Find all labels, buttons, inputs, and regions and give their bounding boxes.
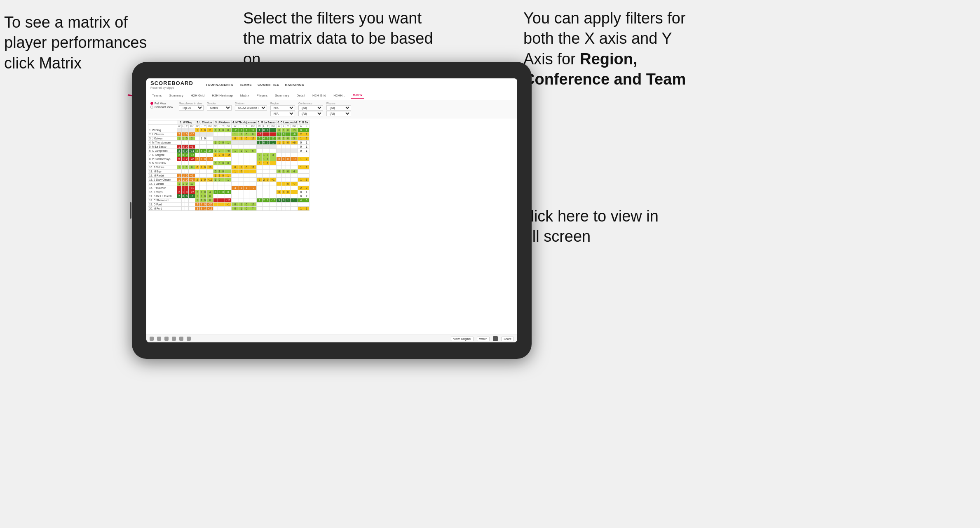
radio-full-view[interactable]: Full View xyxy=(150,102,173,105)
zoom-in-icon[interactable] xyxy=(187,337,191,341)
col-header-3: 3. J Koivun xyxy=(213,120,232,125)
sh-lc-l: L xyxy=(199,125,203,128)
conference-label: Conference xyxy=(298,102,323,105)
max-players-select[interactable]: Top 25 xyxy=(179,105,204,111)
sh-cl-w: W xyxy=(277,125,282,128)
radio-dot-compact xyxy=(150,106,153,108)
players-select1[interactable]: (All) xyxy=(326,105,351,111)
sh-jk-d: Dif xyxy=(225,125,232,128)
tab-h2hh[interactable]: H2HH... xyxy=(332,93,347,98)
view-original-button[interactable]: View: Original xyxy=(451,337,474,341)
nav-bar: SCOREBOARD Powered by clippd TOURNAMENTS… xyxy=(146,78,517,91)
redo-icon[interactable] xyxy=(157,337,161,341)
fullscreen-icon[interactable] xyxy=(493,336,498,341)
division-select[interactable]: NCAA Division I xyxy=(235,105,267,111)
tab-summary2[interactable]: Summary xyxy=(273,93,291,98)
filter-division: Division NCAA Division I xyxy=(235,102,267,111)
row-name: 19. D Ford xyxy=(148,203,177,207)
table-row: 12. M Riedel 110−6 1101 xyxy=(148,174,309,178)
region-select2[interactable]: N/A xyxy=(270,111,295,116)
filter-region: Region N/A N/A xyxy=(270,102,295,116)
table-row: 15. P Maichon −19 411−7 22 xyxy=(148,186,309,190)
col-header-6: 6. C Lamprecht xyxy=(277,120,298,125)
tab-players[interactable]: Players xyxy=(255,93,270,98)
annotation-topmid-text: Select the filters you want the matrix d… xyxy=(243,9,433,68)
sh-wd-w: W xyxy=(177,125,182,128)
table-row: 11. M Ege 010 10 0104 xyxy=(148,170,309,174)
table-row: 17. S De La Fuente 200−8 1100 02 xyxy=(148,194,309,198)
row-name: 12. M Riedel xyxy=(148,174,177,178)
row-name: 14. J Lundin xyxy=(148,182,177,186)
table-row: 18. C Sherwood 1300 −11 220−10 3011 45 xyxy=(148,198,309,203)
sh-wd-t: T xyxy=(185,125,189,128)
filter-gender: Gender Men's xyxy=(207,102,232,111)
sh-jk-w: W xyxy=(213,125,218,128)
radio-compact-view[interactable]: Compact View xyxy=(150,106,173,108)
share-button[interactable]: Share xyxy=(501,337,514,341)
row-name: 13. J Skov Olesen xyxy=(148,178,177,182)
row-name: 1. W Ding xyxy=(148,128,177,132)
region-select1[interactable]: N/A xyxy=(270,105,295,111)
bottom-toolbar: View: Original Watch Share xyxy=(146,335,517,342)
sh-ml-d: Dif xyxy=(270,125,277,128)
nav-committee[interactable]: COMMITTEE xyxy=(258,83,279,87)
tab-matrix[interactable]: Matrix xyxy=(239,93,251,98)
players-select2[interactable]: (All) xyxy=(326,111,351,116)
sh-ml-t: T xyxy=(266,125,270,128)
row-name: 4. M Thorbjornsen xyxy=(148,141,177,145)
division-label: Division xyxy=(235,102,267,105)
table-row: 4. M Thorbjornsen 1001 1001 110−6 01 xyxy=(148,141,309,145)
tab-h2h-grid2[interactable]: H2H Grid xyxy=(311,93,328,98)
table-row: 14. J Lundin 11010 0−7 xyxy=(148,182,309,186)
sh-cl-t: T xyxy=(286,125,290,128)
nav-teams[interactable]: TEAMS xyxy=(239,83,252,87)
table-row: 3. J Koivun 1102 10 01013 04011 0103 12 xyxy=(148,137,309,141)
undo-icon[interactable] xyxy=(150,337,154,341)
table-row: 20. M Ford 331−11 0107 11 xyxy=(148,207,309,211)
table-row: 7. G Sargent 200−16 220−15 0103 xyxy=(148,153,309,157)
nav-tournaments[interactable]: TOURNAMENTS xyxy=(206,83,234,87)
conference-select1[interactable]: (All) xyxy=(298,105,323,111)
filter-players: Players (All) (All) xyxy=(326,102,351,116)
tablet-screen: SCOREBOARD Powered by clippd TOURNAMENTS… xyxy=(146,78,517,342)
table-row: 9. N Gabrelcik 0000 011 xyxy=(148,161,309,165)
tab-h2h-grid[interactable]: H2H Grid xyxy=(189,93,206,98)
table-row: 13. J Skov Olesen 110−3 210−15 101 220−1… xyxy=(148,178,309,182)
matrix-area[interactable]: 1. W Ding 2. L Clanton 3. J Koivun 4. M … xyxy=(146,118,517,335)
table-row: 1. W Ding 12011 1100 −21217 100 01013 02 xyxy=(148,128,309,132)
settings-icon[interactable] xyxy=(172,337,176,341)
sh-lc-d: Dif xyxy=(207,125,213,128)
table-row: 5. M La Sasso 150−6 01 xyxy=(148,145,309,149)
max-players-label: Max players in view xyxy=(179,102,204,105)
sh-ml-l: L xyxy=(262,125,266,128)
logo-title: SCOREBOARD xyxy=(150,80,193,86)
row-name: 17. S De La Fuente xyxy=(148,194,177,198)
row-name: 15. P Maichon xyxy=(148,186,177,190)
refresh-icon[interactable] xyxy=(164,337,169,341)
nav-items: TOURNAMENTS TEAMS COMMITTEE RANKINGS xyxy=(206,83,304,87)
sh-lc-w: W xyxy=(195,125,200,128)
table-row: 2. L Clanton 210−16 1100 −2 10−6 22 xyxy=(148,132,309,137)
row-name: 11. M Ege xyxy=(148,170,177,174)
zoom-out-icon[interactable] xyxy=(179,337,183,341)
conference-select2[interactable]: (All) xyxy=(298,111,323,116)
sh-jk-l: L xyxy=(218,125,221,128)
corner-header xyxy=(148,120,177,125)
view-options: Full View Compact View xyxy=(150,102,173,108)
tab-matrix2[interactable]: Matrix xyxy=(351,92,364,99)
filter-max-players: Max players in view Top 25 xyxy=(179,102,204,111)
watch-button[interactable]: Watch xyxy=(477,337,490,341)
tab-h2h-heatmap[interactable]: H2H Heatmap xyxy=(210,93,234,98)
gender-select[interactable]: Men's xyxy=(207,105,232,111)
tab-summary[interactable]: Summary xyxy=(168,93,185,98)
table-row: 16. K Vilips 210−25 2204 3308 010 01 xyxy=(148,190,309,194)
tab-detail[interactable]: Detail xyxy=(295,93,307,98)
row-name: 2. L Clanton xyxy=(148,132,177,137)
subheader-blank xyxy=(148,125,177,128)
filter-conference: Conference (All) (All) xyxy=(298,102,323,116)
row-name: 9. N Gabrelcik xyxy=(148,161,177,165)
annotation-topleft-text: To see a matrix of player performances c… xyxy=(4,14,147,72)
tab-teams[interactable]: Teams xyxy=(150,93,164,98)
annotation-topright-text: You can apply filters for both the X axi… xyxy=(523,9,686,88)
nav-rankings[interactable]: RANKINGS xyxy=(285,83,304,87)
